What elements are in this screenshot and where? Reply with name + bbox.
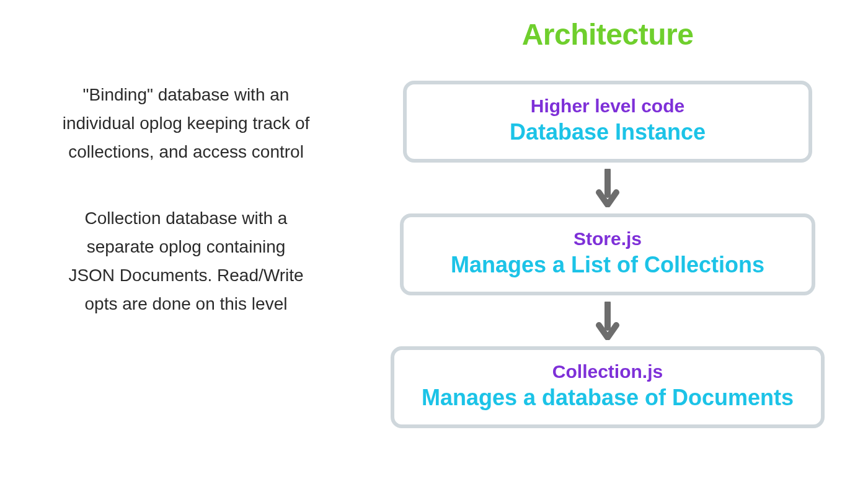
box-subtitle: Store.js	[421, 228, 794, 249]
description-collection: Collection database with a separate oplo…	[62, 204, 310, 319]
diagram-title: Architecture	[490, 17, 725, 52]
descriptions-column: "Binding" database with an individual op…	[62, 81, 310, 318]
architecture-flow: Higher level code Database Instance Stor…	[397, 81, 818, 428]
box-database-instance: Higher level code Database Instance	[403, 81, 812, 163]
box-collection-js: Collection.js Manages a database of Docu…	[391, 346, 825, 428]
box-subtitle: Collection.js	[412, 361, 804, 382]
arrow-down-icon	[397, 169, 818, 207]
box-store-js: Store.js Manages a List of Collections	[400, 213, 815, 295]
box-title: Manages a database of Documents	[412, 385, 804, 411]
box-title: Database Instance	[424, 119, 791, 145]
box-subtitle: Higher level code	[424, 96, 791, 117]
description-binding: "Binding" database with an individual op…	[62, 81, 310, 167]
box-title: Manages a List of Collections	[421, 252, 794, 278]
arrow-down-icon	[397, 302, 818, 340]
